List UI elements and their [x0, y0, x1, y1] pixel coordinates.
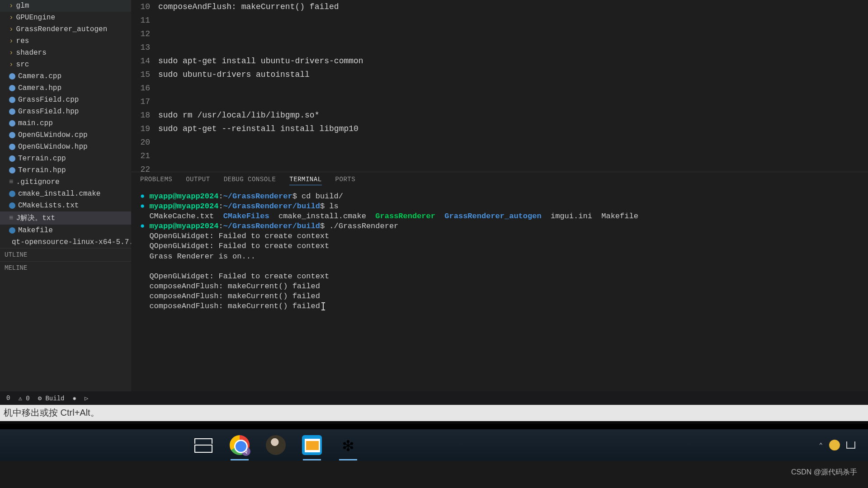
file-label: Camera.cpp	[18, 72, 61, 80]
file-label: OpenGLWindow.cpp	[18, 131, 88, 139]
file-OpenGLWindow.cpp[interactable]: OpenGLWindow.cpp	[0, 129, 131, 141]
folder-icon: ›	[9, 2, 14, 10]
tab-problems[interactable]: PROBLEMS	[140, 176, 172, 185]
txt-icon: ≡	[9, 178, 14, 186]
code-editor[interactable]: 10111213141516171819202122 composeAndFlu…	[131, 0, 868, 172]
file-res[interactable]: ›res	[0, 35, 131, 47]
windows-taskbar: Q ❇ ⌃	[0, 429, 868, 461]
file-label: J解决。txt	[16, 213, 55, 223]
remote-indicator[interactable]: 0	[6, 394, 10, 402]
tab-debug-console[interactable]: DEBUG CONSOLE	[224, 176, 276, 185]
file-label: GrassRenderer_autogen	[16, 25, 108, 33]
text-cursor-icon	[323, 302, 324, 310]
outline-section[interactable]: UTLINE	[0, 248, 131, 261]
file-label: GrassField.cpp	[18, 96, 79, 104]
file-label: OpenGLWindow.hpp	[18, 143, 88, 151]
terminal-output-line: QOpenGLWidget: Failed to create context	[140, 231, 859, 241]
file-label: GrassField.hpp	[18, 108, 79, 116]
vscode-window: ›glm›GPUEngine›GrassRenderer_autogen›res…	[0, 0, 868, 391]
vmware-icon	[302, 435, 322, 455]
folder-icon: ›	[9, 25, 14, 33]
file-src[interactable]: ›src	[0, 59, 131, 70]
file-label: CMakeLists.txt	[18, 202, 79, 210]
task-view-button[interactable]	[190, 432, 217, 459]
terminal-panel[interactable]: ● myapp@myapp2024:~/GrassRenderer$ cd bu…	[131, 189, 868, 391]
file-qt-opensource-linux-x64-5.7.0.run[interactable]: qt-opensource-linux-x64-5.7.0.run	[0, 236, 131, 248]
taskbar-chrome[interactable]: Q	[226, 432, 253, 459]
file-label: qt-opensource-linux-x64-5.7.0.run	[12, 238, 131, 246]
terminal-path: ~/GrassRenderer	[223, 192, 292, 201]
file-Camera.cpp[interactable]: Camera.cpp	[0, 70, 131, 82]
build-button[interactable]: ⚙ Build	[38, 394, 65, 402]
system-tray: ⌃	[819, 440, 855, 450]
taskbar-vmware[interactable]	[298, 432, 326, 459]
status-bar: 0 ⚠ 0 ⚙ Build ✸ ▷	[0, 391, 868, 405]
file-cmake_install.cmake[interactable]: cmake_install.cmake	[0, 188, 131, 200]
file-label: GPUEngine	[16, 14, 55, 22]
cpp-icon	[9, 85, 15, 91]
cpp-icon	[9, 155, 15, 162]
tray-user-icon[interactable]	[829, 440, 840, 450]
cpp-icon	[9, 120, 15, 127]
code-icon	[9, 191, 15, 197]
cpp-icon	[9, 97, 15, 103]
tab-output[interactable]: OUTPUT	[186, 176, 210, 185]
file-CMakeLists.txt[interactable]: CMakeLists.txt	[0, 200, 131, 211]
run-button[interactable]: ▷	[85, 394, 88, 402]
tray-expand-icon[interactable]: ⌃	[819, 441, 823, 449]
file-shaders[interactable]: ›shaders	[0, 47, 131, 59]
folder-icon: ›	[9, 14, 14, 22]
file-Terrain.hpp[interactable]: Terrain.hpp	[0, 164, 131, 176]
file-label: src	[16, 61, 29, 69]
file-GrassField.cpp[interactable]: GrassField.cpp	[0, 94, 131, 106]
tab-terminal[interactable]: TERMINAL	[289, 176, 321, 185]
file-Camera.hpp[interactable]: Camera.hpp	[0, 82, 131, 94]
cpp-icon	[9, 167, 15, 174]
build-target-icon[interactable]: ✸	[72, 394, 76, 402]
txt-icon: ≡	[9, 214, 14, 222]
file-label: glm	[16, 2, 29, 10]
file-glm[interactable]: ›glm	[0, 0, 131, 12]
terminal-user: myapp@myapp2024	[149, 192, 218, 201]
terminal-output-line	[140, 262, 859, 272]
terminal-output-line: composeAndFlush: makeCurrent() failed	[140, 301, 859, 311]
code-icon	[9, 202, 15, 209]
chrome-badge-icon: Q	[241, 447, 250, 456]
folder-icon: ›	[9, 37, 14, 45]
line-numbers: 10111213141516171819202122	[131, 0, 158, 172]
cpp-icon	[9, 132, 15, 138]
task-view-icon	[194, 438, 212, 452]
file-GPUEngine[interactable]: ›GPUEngine	[0, 12, 131, 23]
timeline-section[interactable]: MELINE	[0, 261, 131, 274]
file-main.cpp[interactable]: main.cpp	[0, 117, 131, 129]
flower-icon: ❇	[338, 435, 358, 455]
file-GrassField.hpp[interactable]: GrassField.hpp	[0, 106, 131, 117]
network-icon[interactable]	[846, 441, 855, 449]
code-content[interactable]: composeAndFlush: makeCurrent() failedsud…	[158, 0, 868, 172]
cpp-icon	[9, 108, 15, 115]
cpp-icon	[9, 144, 15, 150]
panel-tabs: PROBLEMSOUTPUTDEBUG CONSOLETERMINALPORTS	[131, 172, 868, 189]
terminal-output-line: QOpenGLWidget: Failed to create context	[140, 272, 859, 282]
editor-area: 10111213141516171819202122 composeAndFlu…	[131, 0, 868, 391]
tab-ports[interactable]: PORTS	[335, 176, 356, 185]
terminal-output-line: QOpenGLWidget: Failed to create context	[140, 241, 859, 251]
taskbar-avatar-app[interactable]	[262, 432, 289, 459]
file-label: shaders	[16, 49, 47, 57]
file-.gitignore[interactable]: ≡.gitignore	[0, 176, 131, 188]
file-OpenGLWindow.hpp[interactable]: OpenGLWindow.hpp	[0, 141, 131, 153]
file-label: .gitignore	[16, 178, 60, 186]
file-J解决。txt[interactable]: ≡J解决。txt	[0, 211, 131, 225]
terminal-output-line: composeAndFlush: makeCurrent() failed	[140, 282, 859, 291]
errors-indicator[interactable]: ⚠ 0	[18, 394, 29, 402]
cpp-icon	[9, 73, 15, 80]
file-Terrain.cpp[interactable]: Terrain.cpp	[0, 153, 131, 164]
code-icon	[9, 227, 15, 234]
taskbar-app[interactable]: ❇	[335, 432, 362, 459]
file-GrassRenderer_autogen[interactable]: ›GrassRenderer_autogen	[0, 23, 131, 35]
chrome-icon: Q	[230, 435, 250, 455]
file-label: Terrain.cpp	[18, 155, 66, 163]
file-explorer: ›glm›GPUEngine›GrassRenderer_autogen›res…	[0, 0, 131, 391]
avatar-icon	[266, 435, 286, 455]
file-Makefile[interactable]: Makefile	[0, 225, 131, 236]
